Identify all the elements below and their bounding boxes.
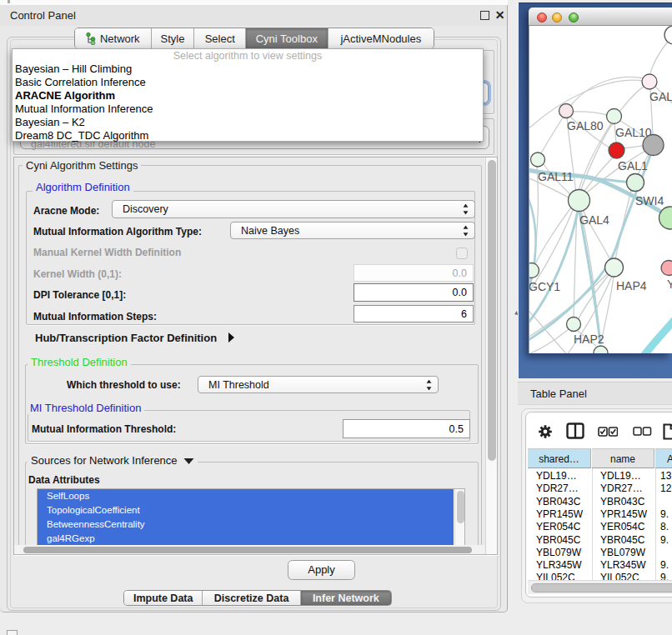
node-table[interactable]: shared…nameAYDL19…YDL19…13YDR27…YDR27…12… (528, 448, 672, 580)
apply-button[interactable]: Apply (288, 560, 355, 580)
algorithm-option[interactable]: Basic Correlation Inference (13, 76, 483, 89)
expand-arrow-icon[interactable] (228, 332, 235, 342)
network-node-gal[interactable] (642, 74, 657, 89)
network-node-y[interactable] (661, 261, 672, 276)
new-file-icon[interactable] (663, 423, 672, 440)
table-cell[interactable]: YBR045C (536, 534, 580, 547)
collapse-arrow-icon[interactable] (183, 458, 194, 465)
hub-definition-label[interactable]: Hub/Transcription Factor Definition (35, 332, 217, 344)
sources-title: Sources for Network Inference (28, 455, 198, 467)
settings-hscrollbar[interactable] (14, 545, 484, 554)
settings-vscrollbar[interactable] (485, 158, 497, 554)
network-node-gcy1[interactable] (529, 263, 539, 278)
table-cell[interactable]: 9. (660, 508, 669, 521)
network-canvas[interactable]: GALGAL80GAL10GAL1GAL11SWI4GAL4GCY1HAP4YH… (529, 26, 672, 353)
table-cell[interactable]: YBL079W (600, 547, 645, 559)
network-node-gal1[interactable] (609, 142, 624, 158)
table-cell[interactable]: 9. (660, 572, 669, 580)
table-cell[interactable]: YBR043C (536, 496, 580, 508)
select-all-icon[interactable] (598, 427, 618, 437)
mi-threshold-field[interactable]: 0.5 (343, 419, 470, 438)
tab-style[interactable]: Style (152, 28, 195, 48)
table-panel-bar: Table Panel (518, 382, 672, 405)
deselect-all-icon[interactable] (633, 427, 652, 436)
algorithm-option[interactable]: Mutual Information Inference (13, 102, 483, 116)
dpi-tolerance-field[interactable]: 0.0 (354, 283, 474, 302)
combo-arrows-icon (426, 379, 432, 390)
float-window-icon[interactable] (480, 11, 489, 20)
network-node-hap4[interactable] (605, 258, 624, 277)
minimize-traffic-light-icon[interactable] (552, 12, 562, 22)
algorithm-option[interactable]: Dream8 DC_TDC Algorithm (13, 129, 483, 142)
tab-discretize-data[interactable]: Discretize Data (203, 591, 300, 605)
table-cell[interactable]: 12 (660, 482, 671, 495)
table-cell[interactable]: YIL052C (600, 572, 639, 580)
table-cell[interactable]: YBR043C (600, 496, 644, 508)
network-node[interactable] (594, 346, 608, 353)
tab-network[interactable]: Network (75, 28, 152, 48)
table-cell[interactable]: YLR345W (600, 559, 646, 572)
data-attributes-list[interactable]: SelfLoopsTopologicalCoefficientBetweenne… (37, 488, 465, 546)
zoom-traffic-light-icon[interactable] (569, 12, 579, 22)
control-panel-titlebar (0, 5, 507, 26)
table-cell[interactable]: 8. (660, 521, 669, 533)
table-cell[interactable]: YER054C (536, 521, 580, 533)
tab-cyni-toolbox[interactable]: Cyni Toolbox (246, 28, 328, 48)
table-cell[interactable]: YDL19… (536, 470, 577, 482)
node-label: HAP4 (616, 279, 647, 292)
tab-impute-data[interactable]: Impute Data (124, 591, 203, 605)
network-node[interactable] (643, 135, 664, 156)
tab-jactivemnodules[interactable]: jActiveMNodules (328, 28, 434, 48)
table-cell[interactable]: YBL079W (536, 547, 581, 559)
attribute-item[interactable]: TopologicalCoefficient (38, 503, 454, 518)
mi-steps-field[interactable]: 6 (354, 305, 474, 322)
algorithm-option[interactable]: Bayesian – K2 (13, 116, 483, 129)
aracne-mode-combo[interactable]: Discovery (112, 200, 475, 218)
table-cell[interactable]: 13 (660, 470, 671, 482)
table-cell[interactable]: YPR145W (536, 508, 583, 521)
network-node-gal10[interactable] (607, 109, 622, 124)
table-cell[interactable]: YDR27… (536, 482, 579, 495)
node-label: GAL4 (579, 213, 609, 227)
column-header-0[interactable]: shared… (528, 448, 591, 468)
table-cell[interactable]: YER054C (600, 521, 644, 533)
close-icon[interactable]: ✕ (494, 8, 506, 22)
columns-icon[interactable] (566, 422, 584, 439)
table-hscrollbar[interactable] (528, 580, 672, 594)
column-header-2[interactable]: A (655, 448, 672, 468)
network-node-swi4[interactable] (627, 174, 644, 192)
table-cell[interactable]: YIL052C (536, 572, 575, 580)
tab-infer-network[interactable]: Infer Network (301, 591, 391, 605)
bottom-left-grip-icon[interactable] (7, 630, 18, 635)
table-cell[interactable]: 9. (660, 559, 669, 572)
attribute-item[interactable]: gal4RGexp (38, 532, 454, 546)
table-cell[interactable]: 9. (660, 534, 669, 547)
algorithm-option[interactable]: Bayesian – Hill Climbing (13, 62, 483, 76)
which-threshold-combo[interactable]: MI Threshold (198, 376, 439, 393)
kernel-width-field[interactable]: 0.0 (354, 264, 474, 282)
close-traffic-light-icon[interactable] (537, 12, 547, 22)
table-cell[interactable]: YLR345W (536, 559, 582, 572)
table-cell[interactable]: YDR27… (600, 482, 643, 495)
table-cell[interactable]: YBR045C (600, 534, 644, 547)
network-node[interactable] (664, 26, 672, 44)
attribute-item[interactable]: BetweennessCentrality (38, 518, 454, 532)
manual-kernel-width-checkbox[interactable] (456, 248, 468, 259)
network-node-gal4[interactable] (569, 190, 590, 212)
tab-select[interactable]: Select (194, 28, 246, 48)
control-panel-title: Control Panel (10, 9, 76, 22)
algorithm-option[interactable]: ARACNE Algorithm (13, 89, 483, 102)
gear-icon[interactable] (538, 424, 553, 439)
mi-algorithm-type-combo[interactable]: Naive Bayes (230, 222, 475, 239)
column-header-1[interactable]: name (592, 448, 654, 468)
table-cell[interactable]: YDL19… (600, 470, 641, 482)
attribute-item[interactable]: SelfLoops (38, 489, 454, 503)
control-panel-tabs: NetworkStyleSelectCyni ToolboxjActiveMNo… (74, 28, 434, 49)
table-cell[interactable]: YPR145W (600, 508, 647, 521)
node-label: SWI4 (635, 194, 664, 208)
network-node-gal80[interactable] (559, 104, 574, 118)
network-node-gal11[interactable] (531, 152, 545, 167)
network-node-hap2[interactable] (567, 318, 581, 332)
column-gridline (592, 468, 593, 580)
list-vscrollbar[interactable] (454, 489, 464, 545)
